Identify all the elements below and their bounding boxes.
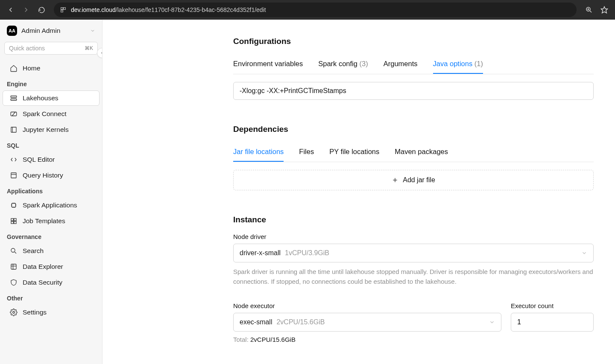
- nav-label: Query History: [23, 172, 63, 179]
- forward-button[interactable]: [20, 3, 32, 16]
- nav-label: Spark Applications: [23, 201, 77, 209]
- url-bar[interactable]: dev.iomete.cloud/lakehouse/fe1170cf-87b2…: [54, 3, 577, 17]
- svg-point-28: [11, 248, 15, 252]
- node-driver-select[interactable]: driver-x-small 1vCPU/3.9GiB: [233, 244, 594, 262]
- svg-rect-15: [12, 204, 16, 207]
- chevron-down-icon: [489, 319, 495, 325]
- section-engine: Engine: [0, 76, 102, 90]
- tab-count: (3): [360, 60, 368, 67]
- executor-total: Total: 2vCPU/15.6GiB: [233, 336, 501, 343]
- add-jar-button[interactable]: Add jar file: [233, 170, 594, 190]
- plus-icon: [392, 177, 398, 183]
- svg-rect-11: [11, 127, 16, 132]
- browser-toolbar: dev.iomete.cloud/lakehouse/fe1170cf-87b2…: [0, 0, 615, 20]
- driver-value: driver-x-small: [240, 249, 281, 257]
- quick-actions-input[interactable]: Quick actions ⌘K: [4, 42, 98, 55]
- tab-maven[interactable]: Maven packages: [395, 143, 448, 162]
- reload-icon: [38, 6, 45, 14]
- svg-rect-13: [11, 173, 16, 178]
- back-button[interactable]: [4, 3, 17, 16]
- svg-rect-1: [61, 10, 63, 12]
- svg-rect-24: [11, 218, 13, 221]
- chevron-down-icon: [581, 250, 587, 256]
- tab-label: Java options: [433, 60, 473, 67]
- star-button[interactable]: [598, 3, 611, 16]
- section-other: Other: [0, 291, 102, 304]
- nav-label: Search: [23, 247, 44, 255]
- sidebar-item-data-explorer[interactable]: Data Explorer: [3, 259, 100, 274]
- spark-connect-icon: [10, 110, 18, 118]
- arrow-left-icon: [7, 6, 15, 14]
- configurations-tabs: Environment variables Spark config (3) A…: [233, 55, 594, 74]
- svg-rect-0: [61, 8, 63, 10]
- url-text: dev.iomete.cloud/lakehouse/fe1170cf-87b2…: [71, 6, 266, 13]
- sql-editor-icon: [10, 156, 18, 163]
- executor-count-label: Executor count: [511, 302, 594, 309]
- quick-actions-kbd: ⌘K: [85, 45, 93, 51]
- nav-label: Home: [23, 64, 40, 72]
- sidebar-collapse-button[interactable]: [97, 48, 102, 58]
- java-options-input[interactable]: [233, 82, 594, 100]
- sidebar: AA Admin Admin Quick actions ⌘K Home Eng…: [0, 20, 102, 364]
- sidebar-item-sql-editor[interactable]: SQL Editor: [3, 152, 100, 167]
- nav-label: Settings: [23, 309, 47, 316]
- gear-icon: [10, 309, 18, 316]
- tab-env-vars[interactable]: Environment variables: [233, 55, 303, 74]
- svg-point-33: [13, 312, 15, 314]
- avatar: AA: [7, 26, 17, 36]
- dependencies-tabs: Jar file locations Files PY file locatio…: [233, 143, 594, 162]
- arrow-right-icon: [22, 6, 30, 14]
- tab-arguments[interactable]: Arguments: [384, 55, 418, 74]
- sidebar-item-data-security[interactable]: Data Security: [3, 275, 100, 290]
- svg-rect-9: [11, 99, 17, 101]
- sidebar-item-lakehouses[interactable]: Lakehouses: [3, 90, 100, 106]
- nav-label: Data Explorer: [23, 263, 63, 271]
- quick-actions-placeholder: Quick actions: [9, 45, 45, 52]
- svg-line-29: [15, 252, 16, 253]
- svg-rect-8: [11, 96, 17, 98]
- reload-button[interactable]: [35, 3, 48, 16]
- sidebar-item-query-history[interactable]: Query History: [3, 168, 100, 183]
- main-content: Configurations Environment variables Spa…: [102, 20, 615, 364]
- tab-jar-locations[interactable]: Jar file locations: [233, 143, 284, 162]
- configurations-heading: Configurations: [233, 37, 594, 46]
- spark-app-icon: [10, 201, 18, 209]
- section-governance: Governance: [0, 229, 102, 243]
- tab-java-options[interactable]: Java options (1): [433, 55, 483, 74]
- svg-rect-26: [11, 221, 13, 224]
- chevron-down-icon: [90, 28, 95, 33]
- svg-rect-25: [14, 218, 16, 221]
- nav-label: Data Security: [23, 279, 62, 286]
- lakehouse-icon: [10, 94, 18, 102]
- sidebar-item-job-templates[interactable]: Job Templates: [3, 213, 100, 229]
- svg-line-4: [590, 11, 592, 12]
- sidebar-item-jupyter-kernels[interactable]: Jupyter Kernels: [3, 122, 100, 137]
- add-jar-label: Add jar file: [403, 176, 435, 184]
- section-applications: Applications: [0, 183, 102, 197]
- executor-count-input[interactable]: [511, 313, 594, 332]
- zoom-button[interactable]: [583, 3, 595, 16]
- tab-spark-config[interactable]: Spark config (3): [318, 55, 368, 74]
- tab-files[interactable]: Files: [299, 143, 314, 162]
- node-executor-select[interactable]: exec-small 2vCPU/15.6GiB: [233, 313, 501, 332]
- driver-spec: 1vCPU/3.9GiB: [285, 249, 329, 257]
- tab-label: Spark config: [318, 60, 357, 67]
- tab-py-locations[interactable]: PY file locations: [329, 143, 379, 162]
- dependencies-heading: Dependencies: [233, 125, 594, 134]
- sidebar-item-spark-applications[interactable]: Spark Applications: [3, 198, 100, 213]
- sidebar-item-search[interactable]: Search: [3, 243, 100, 259]
- sidebar-item-settings[interactable]: Settings: [3, 305, 100, 320]
- search-icon: [10, 247, 18, 255]
- data-explorer-icon: [10, 263, 18, 271]
- chevron-left-icon: [100, 50, 102, 55]
- svg-marker-7: [601, 7, 608, 13]
- user-name: Admin Admin: [21, 27, 86, 35]
- history-icon: [10, 172, 18, 179]
- sidebar-item-home[interactable]: Home: [3, 61, 100, 76]
- nav-label: Spark Connect: [23, 110, 67, 118]
- home-icon: [10, 64, 18, 72]
- nav-label: Job Templates: [23, 217, 65, 225]
- driver-help-text: Spark driver is running all the time unt…: [233, 267, 594, 287]
- sidebar-item-spark-connect[interactable]: Spark Connect: [3, 106, 100, 122]
- user-switcher[interactable]: AA Admin Admin: [0, 20, 102, 42]
